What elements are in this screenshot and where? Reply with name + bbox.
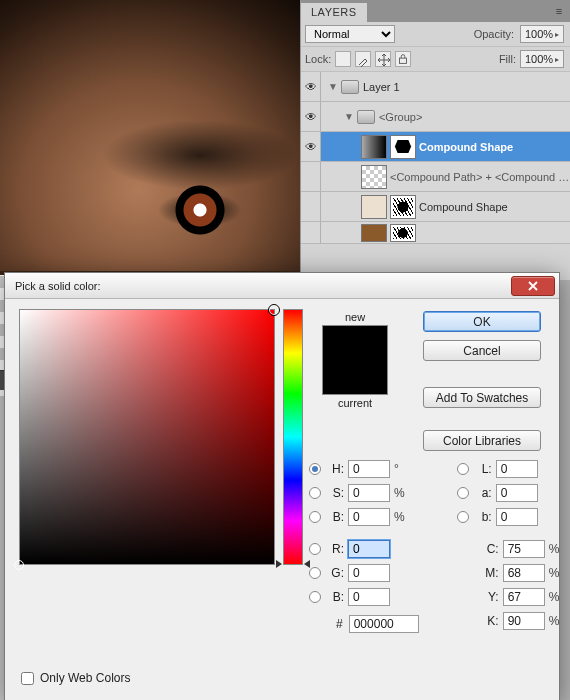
radio-r[interactable]	[309, 543, 321, 555]
opacity-label: Opacity:	[474, 28, 514, 40]
label-h: H:	[328, 462, 344, 476]
lock-position-icon[interactable]	[375, 51, 391, 67]
layer-name-label[interactable]: <Group>	[379, 111, 570, 123]
label-s: S:	[328, 486, 344, 500]
radio-b[interactable]	[309, 511, 321, 523]
layer-list: 👁 ▼ Layer 1 👁 ▼ <Group> 👁 Compound Shape…	[301, 72, 570, 244]
current-label: current	[338, 397, 372, 409]
dialog-titlebar[interactable]: Pick a solid color:	[5, 273, 559, 299]
layers-panel: LAYERS ≡ Normal Opacity: 100%▸ Lock: Fil…	[300, 0, 570, 280]
input-m[interactable]: 68	[503, 564, 545, 582]
radio-b3[interactable]	[457, 511, 469, 523]
layer-mask-thumbnail[interactable]	[390, 195, 416, 219]
label-b2: B:	[328, 590, 344, 604]
input-l[interactable]: 0	[496, 460, 538, 478]
input-a[interactable]: 0	[496, 484, 538, 502]
input-h[interactable]: 0	[348, 460, 390, 478]
layer-name-label[interactable]: Compound Shape	[419, 201, 570, 213]
radio-g[interactable]	[309, 567, 321, 579]
lock-transparency-icon[interactable]	[335, 51, 351, 67]
color-libraries-button[interactable]: Color Libraries	[423, 430, 541, 451]
radio-l[interactable]	[457, 463, 469, 475]
tab-layers[interactable]: LAYERS	[301, 3, 367, 22]
unit-h: °	[394, 462, 408, 476]
label-a: a:	[476, 486, 492, 500]
layer-row-compound-shape-selected[interactable]: 👁 Compound Shape	[301, 132, 570, 162]
disclosure-icon[interactable]: ▼	[344, 111, 354, 122]
label-b: B:	[328, 510, 344, 524]
input-b2[interactable]: 0	[348, 588, 390, 606]
lock-all-icon[interactable]	[395, 51, 411, 67]
layer-row-compound-path[interactable]: <Compound Path> + <Compound Path>	[301, 162, 570, 192]
color-field[interactable]	[19, 309, 275, 565]
layer-mask-thumbnail[interactable]	[390, 224, 416, 242]
input-g[interactable]: 0	[348, 564, 390, 582]
close-button[interactable]	[511, 276, 555, 296]
radio-a[interactable]	[457, 487, 469, 499]
disclosure-icon[interactable]: ▼	[328, 81, 338, 92]
visibility-icon[interactable]: 👁	[301, 102, 321, 131]
label-r: R:	[328, 542, 344, 556]
layer-thumbnail[interactable]	[361, 195, 387, 219]
input-c[interactable]: 75	[503, 540, 545, 558]
chevron-right-icon[interactable]: ▸	[555, 55, 559, 64]
dialog-title: Pick a solid color:	[15, 280, 511, 292]
layer-row-layer1[interactable]: 👁 ▼ Layer 1	[301, 72, 570, 102]
visibility-icon[interactable]: 👁	[301, 132, 321, 161]
panel-menu-icon[interactable]: ≡	[548, 0, 570, 22]
layer-name-label[interactable]: Compound Shape	[419, 141, 570, 153]
unit-m: %	[549, 566, 563, 580]
only-web-colors-checkbox[interactable]: Only Web Colors	[21, 671, 130, 685]
label-y: Y:	[483, 590, 499, 604]
fill-input[interactable]: 100%▸	[520, 50, 564, 68]
input-b[interactable]: 0	[348, 508, 390, 526]
layer-row-compound-shape-2[interactable]: Compound Shape	[301, 192, 570, 222]
only-web-colors-input[interactable]	[21, 672, 34, 685]
lock-fill-row: Lock: Fill: 100%▸	[301, 47, 570, 72]
visibility-icon[interactable]	[301, 192, 321, 221]
color-preview	[322, 325, 388, 395]
layer-mask-thumbnail[interactable]	[390, 135, 416, 159]
input-s[interactable]: 0	[348, 484, 390, 502]
chevron-right-icon[interactable]: ▸	[555, 30, 559, 39]
unit-b: %	[394, 510, 408, 524]
input-b3[interactable]: 0	[496, 508, 538, 526]
layer-row-group[interactable]: 👁 ▼ <Group>	[301, 102, 570, 132]
radio-b2[interactable]	[309, 591, 321, 603]
color-picker-dialog: Pick a solid color: new current OK Cance…	[4, 272, 560, 700]
input-y[interactable]: 67	[503, 588, 545, 606]
folder-icon	[357, 110, 375, 124]
layer-row-compound-shape-3[interactable]	[301, 222, 570, 244]
label-c: C:	[483, 542, 499, 556]
lock-label: Lock:	[305, 53, 331, 65]
layer-thumbnail[interactable]	[361, 135, 387, 159]
layer-thumbnail[interactable]	[361, 165, 387, 189]
radio-h[interactable]	[309, 463, 321, 475]
layers-tabbar: LAYERS ≡	[301, 0, 570, 22]
layer-name-label[interactable]: <Compound Path> + <Compound Path>	[390, 171, 570, 183]
color-field-cursor[interactable]	[268, 304, 280, 316]
unit-y: %	[549, 590, 563, 604]
radio-s[interactable]	[309, 487, 321, 499]
blend-opacity-row: Normal Opacity: 100%▸	[301, 22, 570, 47]
ok-button[interactable]: OK	[423, 311, 541, 332]
add-to-swatches-button[interactable]: Add To Swatches	[423, 387, 541, 408]
layer-thumbnail[interactable]	[361, 224, 387, 242]
input-r[interactable]: 0	[348, 540, 390, 558]
visibility-icon[interactable]	[301, 222, 321, 243]
label-l: L:	[476, 462, 492, 476]
cancel-button[interactable]: Cancel	[423, 340, 541, 361]
lock-pixels-icon[interactable]	[355, 51, 371, 67]
svg-rect-0	[400, 58, 407, 63]
visibility-icon[interactable]	[301, 162, 321, 191]
hue-slider[interactable]	[283, 309, 303, 565]
visibility-icon[interactable]: 👁	[301, 72, 321, 101]
input-k[interactable]: 90	[503, 612, 545, 630]
layer-name-label[interactable]: Layer 1	[363, 81, 570, 93]
opacity-input[interactable]: 100%▸	[520, 25, 564, 43]
hue-slider-thumb[interactable]	[276, 560, 282, 568]
label-g: G:	[328, 566, 344, 580]
input-hex[interactable]: 000000	[349, 615, 419, 633]
label-k: K:	[483, 614, 499, 628]
blend-mode-select[interactable]: Normal	[305, 25, 395, 43]
